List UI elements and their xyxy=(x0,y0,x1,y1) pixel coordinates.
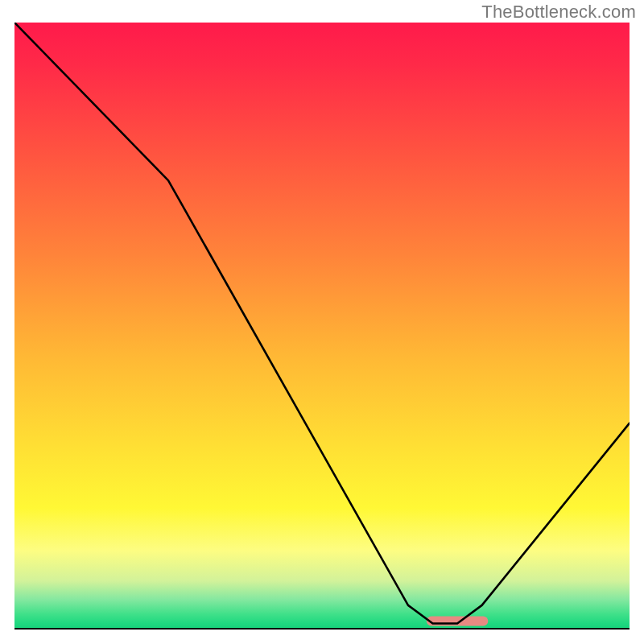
watermark-text: TheBottleneck.com xyxy=(481,2,636,23)
plot-area xyxy=(14,23,630,630)
chart-overlay xyxy=(14,23,630,630)
chart-container: TheBottleneck.com xyxy=(0,0,644,644)
x-axis-line xyxy=(14,628,630,630)
curve-line xyxy=(14,23,630,623)
